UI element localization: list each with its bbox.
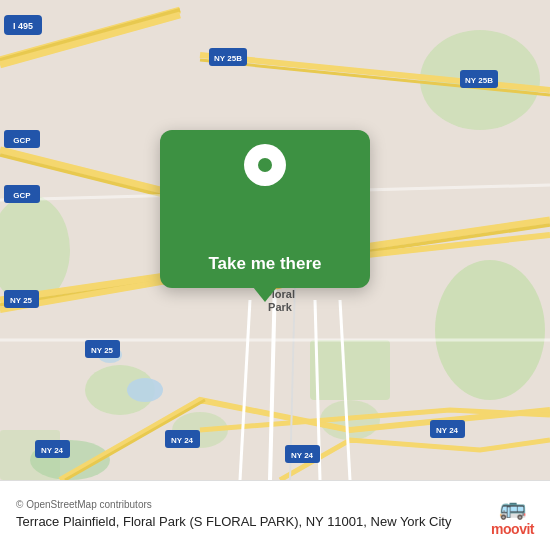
moovit-logo: 🚌 moovit xyxy=(491,495,534,537)
map-container: I 495 NY 25B NY 25B GCP GCP NY 25B NY 25… xyxy=(0,0,550,480)
svg-text:NY 24: NY 24 xyxy=(171,436,194,445)
svg-text:NY 25: NY 25 xyxy=(91,346,114,355)
svg-point-10 xyxy=(127,378,163,402)
pin-dot xyxy=(258,158,272,172)
svg-text:GCP: GCP xyxy=(13,136,31,145)
callout-popup[interactable]: Take me there xyxy=(160,130,370,288)
address-text: Terrace Plainfield, Floral Park (S FLORA… xyxy=(16,514,451,529)
svg-rect-4 xyxy=(310,340,390,400)
svg-text:NY 24: NY 24 xyxy=(436,426,459,435)
bottom-bar: © OpenStreetMap contributors Terrace Pla… xyxy=(0,480,550,550)
osm-credit: © OpenStreetMap contributors xyxy=(16,499,152,510)
svg-text:I 495: I 495 xyxy=(13,21,33,31)
svg-text:Park: Park xyxy=(268,301,293,313)
svg-text:GCP: GCP xyxy=(13,191,31,200)
svg-text:NY 25B: NY 25B xyxy=(465,76,493,85)
svg-text:NY 24: NY 24 xyxy=(41,446,64,455)
svg-text:NY 24: NY 24 xyxy=(291,451,314,460)
moovit-bus-icon: 🚌 xyxy=(499,495,526,521)
svg-text:NY 25B: NY 25B xyxy=(214,54,242,63)
svg-point-2 xyxy=(435,260,545,400)
pin-circle xyxy=(244,144,286,186)
credit-row: © OpenStreetMap contributors xyxy=(16,499,481,510)
callout-label: Take me there xyxy=(208,254,321,273)
callout-label-wrapper: Take me there xyxy=(208,254,321,274)
bottom-content: © OpenStreetMap contributors Terrace Pla… xyxy=(16,499,481,531)
svg-text:NY 25: NY 25 xyxy=(10,296,33,305)
moovit-brand-text: moovit xyxy=(491,521,534,537)
address-block: Terrace Plainfield, Floral Park (S FLORA… xyxy=(16,512,481,531)
